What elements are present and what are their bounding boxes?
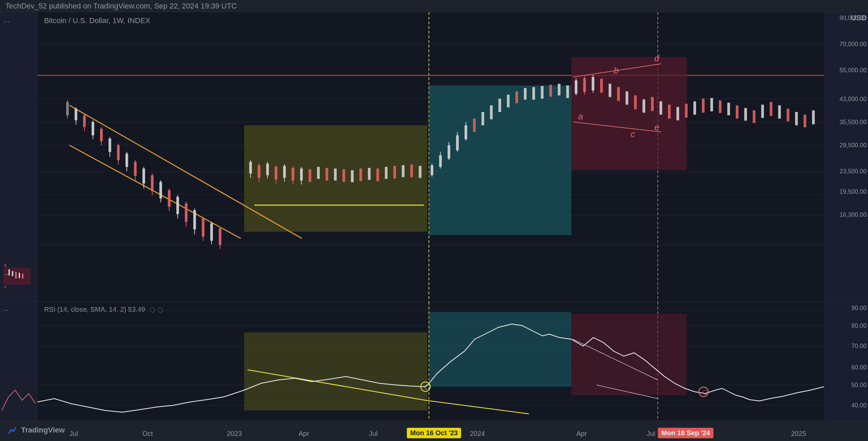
price-19500: 19,500.00 bbox=[840, 188, 867, 195]
x-label-jul-2023: Jul bbox=[369, 430, 378, 438]
svg-rect-92 bbox=[359, 169, 362, 181]
x-label-oct-2022: Oct bbox=[142, 430, 153, 438]
right-axis: 90,000.00 70,000.00 55,000.00 43,000.00 … bbox=[824, 12, 868, 421]
svg-rect-95 bbox=[385, 167, 388, 179]
svg-text:→: → bbox=[3, 271, 9, 277]
svg-text:c: c bbox=[4, 284, 6, 289]
svg-rect-94 bbox=[376, 169, 379, 181]
svg-rect-153 bbox=[812, 110, 815, 124]
svg-rect-138 bbox=[685, 104, 688, 118]
price-55000: 55,000.00 bbox=[840, 66, 867, 74]
svg-rect-129 bbox=[609, 84, 611, 97]
svg-rect-116 bbox=[524, 88, 527, 100]
rsi-90: 90.00 bbox=[851, 304, 867, 311]
svg-rect-117 bbox=[532, 87, 535, 100]
chart-area: ... b c → bbox=[0, 12, 868, 421]
svg-line-166 bbox=[426, 400, 529, 414]
rsi-80: 80.00 bbox=[851, 322, 867, 329]
svg-rect-96 bbox=[393, 166, 396, 178]
svg-rect-134 bbox=[651, 97, 654, 111]
left-panel: ... b c → bbox=[0, 12, 37, 421]
svg-rect-7 bbox=[19, 273, 20, 278]
svg-rect-90 bbox=[342, 169, 345, 182]
svg-text:a: a bbox=[578, 112, 583, 121]
svg-rect-147 bbox=[761, 105, 764, 118]
currency-label: USD bbox=[851, 14, 867, 22]
svg-rect-114 bbox=[507, 95, 510, 107]
left-panel-top: ... b c → bbox=[0, 12, 37, 302]
svg-rect-148 bbox=[770, 102, 772, 116]
x-label-jul-2024: Jul bbox=[647, 430, 655, 438]
svg-rect-162 bbox=[244, 332, 427, 410]
svg-rect-8 bbox=[22, 274, 23, 279]
svg-rect-143 bbox=[727, 103, 730, 115]
svg-rect-88 bbox=[326, 168, 328, 180]
svg-text:◯: ◯ bbox=[703, 389, 708, 395]
svg-rect-99 bbox=[419, 166, 421, 178]
publisher-info: TechDev_52 published on TradingView.com,… bbox=[5, 2, 237, 11]
svg-rect-145 bbox=[744, 108, 747, 120]
svg-text:e: e bbox=[654, 122, 659, 132]
chart-container: TechDev_52 published on TradingView.com,… bbox=[0, 0, 868, 441]
svg-rect-110 bbox=[473, 119, 476, 132]
x-axis-bar: Jul Oct 2023 Apr Jul 2024 Apr Jul 2025 M… bbox=[0, 421, 868, 441]
svg-rect-111 bbox=[481, 112, 484, 125]
svg-rect-135 bbox=[659, 101, 662, 115]
svg-rect-152 bbox=[804, 115, 806, 127]
price-axis: 90,000.00 70,000.00 55,000.00 43,000.00 … bbox=[824, 12, 868, 302]
svg-rect-136 bbox=[668, 105, 671, 119]
rsi-50: 50.00 bbox=[851, 382, 867, 389]
svg-rect-132 bbox=[634, 95, 637, 109]
svg-rect-150 bbox=[787, 109, 789, 121]
svg-rect-115 bbox=[515, 91, 518, 103]
svg-rect-93 bbox=[368, 168, 371, 180]
svg-rect-5 bbox=[12, 271, 13, 276]
rsi-panel-dots[interactable]: ... bbox=[3, 305, 8, 312]
price-chart: Bitcoin / U.S. Dollar, 1W, INDEX bbox=[37, 12, 824, 302]
svg-text:d: d bbox=[654, 54, 659, 63]
svg-rect-128 bbox=[600, 79, 603, 93]
svg-rect-118 bbox=[541, 86, 544, 99]
dots-menu[interactable]: ... bbox=[3, 16, 9, 24]
svg-rect-151 bbox=[795, 112, 798, 125]
price-23500: 23,500.00 bbox=[840, 168, 867, 175]
svg-text:c: c bbox=[631, 129, 635, 139]
svg-rect-89 bbox=[334, 169, 337, 180]
svg-rect-119 bbox=[549, 85, 552, 97]
price-16300: 16,300.00 bbox=[840, 211, 867, 218]
svg-rect-130 bbox=[617, 87, 620, 101]
x-label-jul-2022: Jul bbox=[70, 430, 78, 438]
x-label-apr-2024: Apr bbox=[576, 430, 587, 438]
svg-rect-97 bbox=[402, 165, 405, 177]
svg-rect-113 bbox=[498, 99, 501, 112]
rsi-axis: 90.00 80.00 70.00 60.00 50.00 40.00 bbox=[824, 302, 868, 421]
price-29500: 29,500.00 bbox=[840, 142, 867, 149]
svg-rect-6 bbox=[15, 272, 17, 279]
rsi-70: 70.00 bbox=[851, 342, 867, 349]
svg-rect-4 bbox=[8, 269, 10, 275]
svg-rect-112 bbox=[490, 106, 493, 119]
svg-rect-87 bbox=[317, 167, 320, 179]
svg-rect-140 bbox=[702, 99, 705, 113]
svg-rect-137 bbox=[676, 107, 679, 120]
svg-rect-149 bbox=[778, 106, 781, 119]
main-chart: Bitcoin / U.S. Dollar, 1W, INDEX bbox=[37, 12, 824, 421]
svg-text:b: b bbox=[4, 263, 7, 268]
svg-rect-139 bbox=[693, 101, 696, 115]
rsi-chart: RSI (14, close, SMA, 14, 2) 53.49 ◌ ◌ bbox=[37, 302, 824, 421]
svg-rect-86 bbox=[309, 169, 311, 182]
svg-rect-120 bbox=[558, 84, 560, 95]
rsi-60: 60.00 bbox=[851, 364, 867, 371]
highlighted-date-sep24: Mon 16 Sep '24 bbox=[658, 428, 714, 438]
svg-rect-142 bbox=[719, 100, 722, 113]
svg-rect-121 bbox=[566, 85, 569, 98]
price-35500: 35,500.00 bbox=[840, 119, 867, 126]
svg-text:b: b bbox=[614, 66, 618, 76]
highlighted-date-oct23: Mon 16 Oct '23 bbox=[407, 428, 461, 438]
svg-rect-131 bbox=[626, 91, 628, 104]
price-70000: 70,000.00 bbox=[840, 40, 867, 47]
svg-rect-146 bbox=[753, 110, 755, 123]
svg-rect-141 bbox=[710, 98, 713, 111]
svg-rect-144 bbox=[736, 106, 738, 119]
svg-text:◯: ◯ bbox=[425, 384, 430, 390]
